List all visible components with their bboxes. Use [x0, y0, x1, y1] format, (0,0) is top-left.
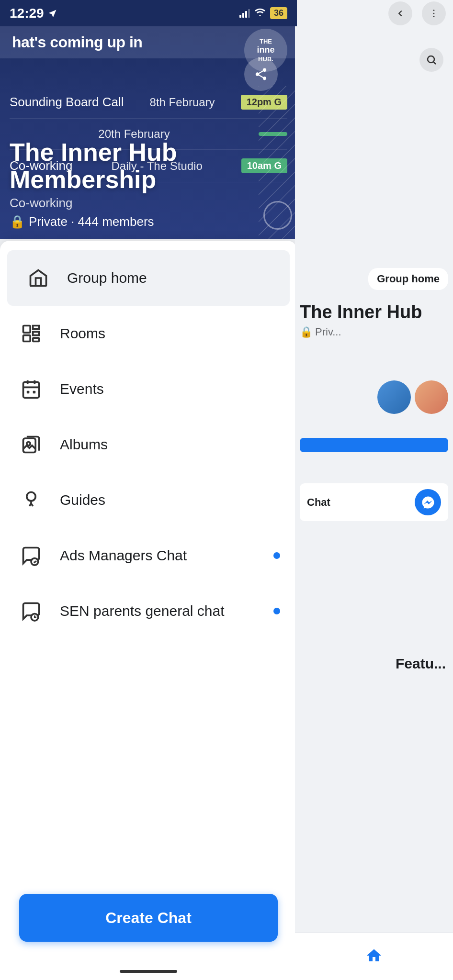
back-button[interactable] [388, 1, 412, 25]
svg-rect-3 [23, 335, 31, 342]
lock-icon: 🔒 [10, 214, 25, 229]
albums-icon [17, 430, 45, 459]
right-featured-area: Featu... [393, 646, 448, 672]
events-icon [17, 375, 45, 403]
ads-chat-icon [17, 541, 45, 570]
menu-item-rooms[interactable]: Rooms [0, 306, 297, 361]
right-privacy-label: 🔒 Priv... [300, 326, 448, 338]
menu-button[interactable] [422, 1, 446, 25]
right-chat-label: Chat [307, 496, 330, 509]
right-featured-label: Featu... [393, 656, 448, 672]
menu-item-group-home[interactable]: Group home [7, 250, 290, 306]
coming-up-text: hat's coming up in [12, 33, 142, 51]
svg-point-15 [433, 16, 435, 17]
events-label: Events [60, 381, 280, 397]
home-icon [24, 264, 53, 292]
create-chat-button[interactable]: Create Chat [19, 894, 278, 942]
right-group-title-area: The Inner Hub 🔒 Priv... [300, 301, 448, 338]
svg-rect-4 [33, 338, 39, 341]
right-panel: Group home The Inner Hub 🔒 Priv... Chat … [295, 0, 453, 980]
signal-icon [239, 9, 250, 18]
deco-circle [263, 201, 292, 230]
status-right: 36 [239, 7, 287, 19]
group-type: Co-working [10, 196, 297, 211]
rooms-label: Rooms [60, 325, 280, 342]
messenger-icon [415, 489, 441, 515]
albums-label: Albums [60, 436, 280, 453]
home-indicator [120, 970, 177, 973]
group-home-chip-label: Group home [368, 268, 448, 290]
menu-drawer: Group home Rooms Events [0, 241, 297, 980]
header-banner: 12:29 36 hat's coming up in T [0, 0, 297, 239]
sen-chat-notification-dot [273, 608, 280, 614]
svg-rect-6 [27, 391, 30, 394]
svg-rect-5 [23, 382, 39, 398]
search-icon-right[interactable] [419, 48, 443, 72]
svg-point-13 [433, 10, 435, 11]
event-row-1[interactable]: Sounding Board Call 8th February 12pm G [10, 86, 287, 119]
event-name-1: Sounding Board Call [10, 95, 124, 110]
create-chat-label: Create Chat [105, 909, 192, 927]
menu-item-guides[interactable]: Guides [0, 472, 297, 528]
status-time: 12:29 [10, 6, 57, 21]
right-bottom-nav [295, 932, 453, 980]
sen-chat-icon [17, 597, 45, 625]
avatar-2 [415, 380, 448, 414]
group-home-chip[interactable]: Group home [368, 268, 448, 297]
svg-point-14 [433, 12, 435, 14]
right-group-title: The Inner Hub [300, 301, 448, 323]
svg-rect-2 [23, 326, 31, 333]
right-chat-row[interactable]: Chat [300, 483, 448, 521]
battery-indicator: 36 [270, 7, 287, 19]
avatar-1 [377, 380, 411, 414]
group-home-label: Group home [67, 270, 273, 286]
menu-item-albums[interactable]: Albums [0, 417, 297, 472]
guides-icon [17, 486, 45, 514]
right-panel-header [295, 0, 453, 26]
status-bar: 12:29 36 [0, 0, 297, 26]
wifi-icon [255, 8, 265, 19]
group-title-area: The Inner Hub Membership Co-working 🔒 Pr… [10, 139, 297, 229]
group-title: The Inner Hub Membership [10, 139, 297, 193]
svg-point-16 [428, 56, 434, 63]
svg-rect-7 [33, 391, 36, 394]
right-blue-button[interactable] [300, 438, 448, 452]
rooms-icon [17, 319, 45, 348]
ads-chat-notification-dot [273, 552, 280, 559]
guides-label: Guides [60, 492, 280, 508]
right-home-nav-button[interactable] [365, 947, 383, 966]
event-date-1: 8th February [150, 96, 215, 109]
menu-item-ads-chat[interactable]: Ads Managers Chat [0, 528, 297, 583]
menu-item-events[interactable]: Events [0, 361, 297, 417]
avatar-row [377, 380, 448, 414]
privacy-label: Private · 444 members [29, 214, 154, 229]
private-badge: 🔒 Private · 444 members [10, 214, 297, 229]
sen-chat-label: SEN parents general chat [60, 603, 259, 619]
menu-item-sen-chat[interactable]: SEN parents general chat [0, 583, 297, 639]
ads-chat-label: Ads Managers Chat [60, 547, 259, 564]
